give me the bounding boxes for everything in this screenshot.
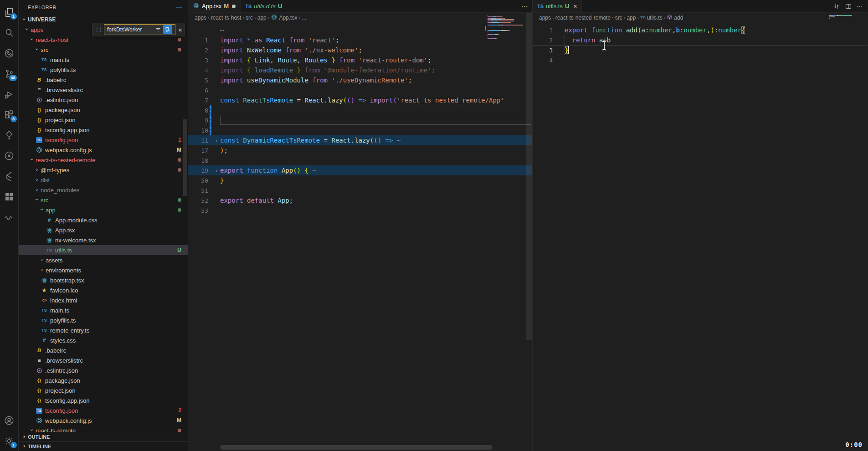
tree-file-app-tsx[interactable]: App.tsx — [19, 225, 188, 235]
tree-folder-react-ts-nested-remote[interactable]: ›react-ts-nested-remote — [19, 155, 188, 165]
sidebar-scrollbar[interactable] — [183, 119, 187, 196]
tree-file-app-module-css[interactable]: #App.module.css — [19, 215, 188, 225]
tree-file-webpack-config-js[interactable]: webpack.config.jsM — [19, 415, 188, 425]
breadcrumb-item-app[interactable]: app — [627, 15, 636, 21]
code-line[interactable]: 50} — [188, 175, 532, 185]
tree-folder--mf-types[interactable]: ›@mf-types — [19, 165, 188, 175]
tree-file-remote-entry-ts[interactable]: TSremote-entry.ts — [19, 325, 188, 335]
tree-folder-assets[interactable]: ›assets — [19, 255, 188, 265]
tree-file-styles-css[interactable]: #styles.css — [19, 335, 188, 345]
code-line[interactable]: 3} — [533, 45, 868, 55]
tree-folder-app[interactable]: ›app — [19, 205, 188, 215]
tree-folder-dist[interactable]: ›dist — [19, 175, 188, 185]
fold-chevron-icon[interactable]: › — [213, 138, 220, 144]
tree-file--eslintrc-json[interactable]: .eslintrc.json — [19, 95, 188, 105]
sidebar-more-actions-icon[interactable]: ⋯ — [176, 4, 182, 11]
code-editor-utils-ts[interactable]: 1export function add(a:number,b:number,)… — [533, 23, 868, 451]
code-editor-app-tsx[interactable]: ⋯1import * as React from 'react';2import… — [188, 23, 532, 451]
tree-file-bootstrap-tsx[interactable]: bootstrap.tsx — [19, 275, 188, 285]
outline-section-header[interactable]: › OUTLINE — [19, 432, 188, 441]
code-line[interactable]: 4 — [533, 55, 868, 65]
code-line[interactable]: 3import { Link, Route, Routes } from 're… — [188, 55, 532, 65]
tree-file-favicon-ico[interactable]: ★favicon.ico — [19, 285, 188, 295]
code-line[interactable]: 52export default App; — [188, 195, 532, 205]
breadcrumb-item-app[interactable]: app — [257, 15, 267, 21]
breadcrumb-item-react-ts-nested-remote[interactable]: react-ts-nested-remote — [555, 15, 611, 21]
close-icon[interactable]: × — [178, 26, 182, 34]
code-line[interactable]: 2 return a+b — [533, 35, 868, 45]
breadcrumb-item-src[interactable]: src — [246, 15, 253, 21]
close-icon[interactable]: × — [573, 3, 577, 10]
code-line[interactable]: 8 — [188, 105, 532, 115]
tab-utils-d-ts[interactable]: TSutils.d.tsU — [241, 0, 287, 12]
tree-file-nx-welcome-tsx[interactable]: nx-welcome.tsx — [19, 235, 188, 245]
code-line[interactable]: 6 — [188, 85, 532, 95]
tree-file-project-json[interactable]: {}project.json — [19, 385, 188, 395]
compare-changes-icon[interactable] — [833, 3, 840, 10]
code-line[interactable]: 5import useDynamicModule from './useDyna… — [188, 75, 532, 85]
history-button[interactable] — [0, 145, 19, 166]
tree-file-tsconfig-json[interactable]: TStsconfig.json2 — [19, 405, 188, 415]
code-line[interactable]: 1export function add(a:number,b:number,)… — [533, 25, 868, 35]
fold-chevron-icon[interactable]: › — [213, 168, 220, 174]
breadcrumb-item-add[interactable]: add — [667, 14, 683, 21]
tree-file-polyfills-ts[interactable]: TSpolyfills.ts — [19, 65, 188, 75]
accounts-button[interactable] — [0, 410, 19, 430]
tree-file--browserslistrc[interactable]: ≡.browserslistrc — [19, 85, 188, 95]
tree-file--eslintrc-json[interactable]: .eslintrc.json — [19, 365, 188, 375]
breadcrumb-item-react-ts-host[interactable]: react-ts-host — [211, 15, 241, 21]
tree-folder-node-modules[interactable]: ›node_modules — [19, 185, 188, 195]
tab-app-tsx[interactable]: App.tsxM — [188, 0, 241, 12]
breadcrumb-item-utils-ts[interactable]: TSutils.ts — [640, 15, 663, 21]
source-control-graph-button[interactable] — [0, 43, 19, 63]
tab-utils-ts[interactable]: TSutils.tsU× — [533, 0, 582, 12]
breadcrumb-item-app-tsx[interactable]: App.tsx — [271, 14, 297, 22]
code-line[interactable]: 18 — [188, 155, 532, 165]
breadcrumb-item-src[interactable]: src — [615, 15, 622, 21]
filter-icon[interactable] — [154, 26, 162, 33]
source-control-button[interactable]: 38 — [0, 63, 19, 84]
code-line[interactable]: 7const ReactTsRemote = React.lazy(() => … — [188, 95, 532, 105]
tree-file-package-json[interactable]: {}package.json — [19, 375, 188, 385]
custom-extension-b-button[interactable] — [0, 186, 19, 207]
tree-file-utils-ts[interactable]: TSutils.tsU — [19, 245, 188, 255]
code-line[interactable]: 4import { loadRemote } from '@module-fed… — [188, 65, 532, 75]
explorer-button[interactable]: 1 — [0, 2, 19, 22]
minimap[interactable] — [829, 15, 868, 20]
extensions-button[interactable]: 3 — [0, 104, 19, 125]
drag-handle-icon[interactable]: ⋮⋮ — [95, 27, 102, 32]
tree-file-project-json[interactable]: {}project.json — [19, 115, 188, 125]
tree-folder-react-ts-remote[interactable]: ›react-ts-remote — [19, 425, 188, 432]
tree-file-tsconfig-app-json[interactable]: {}tsconfig.app.json — [19, 125, 188, 135]
tree-file-main-ts[interactable]: TSmain.ts — [19, 55, 188, 65]
testing-button[interactable] — [0, 125, 19, 145]
horizontal-scrollbar[interactable] — [220, 445, 493, 450]
fuzzy-search-toggle-icon[interactable] — [163, 25, 172, 34]
breadcrumb-item-apps[interactable]: apps — [195, 15, 206, 21]
more-actions-icon[interactable]: ⋯ — [857, 3, 863, 10]
tree-file-package-json[interactable]: {}package.json — [19, 105, 188, 115]
vertical-scrollbar[interactable] — [526, 13, 532, 340]
code-line[interactable]: 1import * as React from 'react'; — [188, 35, 532, 45]
timeline-section-header[interactable]: › TIMELINE — [19, 441, 188, 451]
tree-file--babelrc[interactable]: B.babelrc — [19, 75, 188, 85]
tree-folder-src[interactable]: ›src — [19, 45, 188, 55]
tree-find-input[interactable] — [107, 26, 154, 33]
code-line[interactable]: 10 — [188, 125, 532, 135]
breadcrumb-item--[interactable]: ... — [302, 15, 306, 21]
code-line[interactable]: 19›export function App() { ⋯ — [188, 165, 532, 175]
tree-file-tsconfig-app-json[interactable]: {}tsconfig.app.json — [19, 395, 188, 405]
tree-folder-environments[interactable]: ›environments — [19, 265, 188, 275]
custom-extension-a-button[interactable] — [0, 166, 19, 186]
tree-file--browserslistrc[interactable]: ≡.browserslistrc — [19, 355, 188, 365]
breadcrumb-item-apps[interactable]: apps — [539, 15, 551, 21]
code-line[interactable]: 51 — [188, 185, 532, 195]
run-and-debug-button[interactable] — [0, 84, 19, 104]
tree-file-main-ts[interactable]: TSmain.ts — [19, 305, 188, 315]
tree-file-polyfills-ts[interactable]: TSpolyfills.ts — [19, 315, 188, 325]
tree-file-webpack-config-js[interactable]: webpack.config.jsM — [19, 145, 188, 155]
code-line[interactable]: 53 — [188, 205, 532, 215]
tree-file--babelrc[interactable]: B.babelrc — [19, 345, 188, 355]
code-line[interactable]: 9 — [188, 115, 532, 125]
settings-button[interactable]: 1 — [0, 430, 19, 451]
